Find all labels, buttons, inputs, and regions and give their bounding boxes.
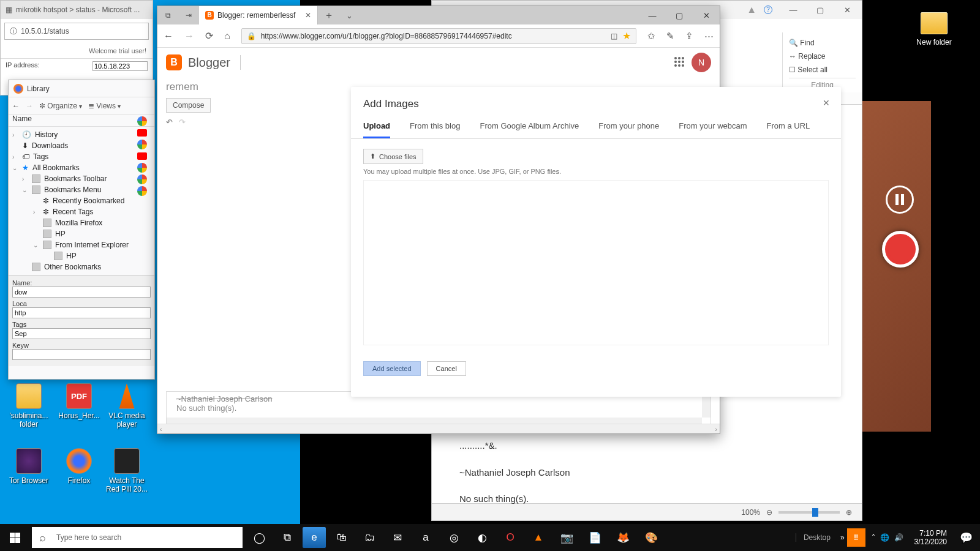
tray-up-icon[interactable]: ˄ <box>872 533 875 542</box>
record-stop-button[interactable] <box>882 231 919 268</box>
tb-amazon[interactable]: a <box>412 524 440 551</box>
lib-back[interactable]: ← <box>12 102 20 110</box>
favorites-icon[interactable]: ✩ <box>647 31 655 42</box>
tree-bm-menu[interactable]: ⌄Bookmarks Menu <box>9 184 154 195</box>
nav-fwd[interactable]: → <box>184 31 194 42</box>
taskview-icon[interactable]: ⧉ <box>273 524 301 551</box>
tb-word[interactable]: 📄 <box>581 524 609 551</box>
nav-refresh[interactable]: ⟳ <box>205 30 213 42</box>
tree-downloads[interactable]: ⬇Downloads <box>9 140 154 151</box>
tree-history[interactable]: ›🕘History <box>9 129 154 140</box>
mikrotik-tab-title[interactable]: mikrotik hotspot > status - Microsoft ..… <box>16 6 140 14</box>
lib-tags-input[interactable] <box>12 328 151 339</box>
share-icon[interactable]: ⇪ <box>685 31 693 42</box>
google-favicon[interactable] <box>137 186 147 196</box>
word-maximize[interactable]: ▢ <box>808 2 832 17</box>
record-pause-button[interactable] <box>886 186 914 214</box>
mikrotik-url[interactable]: 10.5.0.1/status <box>21 27 69 36</box>
tray-clock[interactable]: 7:10 PM3/12/2020 <box>910 529 952 546</box>
tb-edge[interactable]: e <box>303 527 326 548</box>
notes-icon[interactable]: ✎ <box>666 31 674 42</box>
desktop-icon-newfolder[interactable]: New folder <box>913 12 956 47</box>
choose-files-button[interactable]: ⬆Choose files <box>363 149 423 164</box>
word-replace[interactable]: ↔ Replace <box>789 50 856 63</box>
tb-store[interactable]: 🛍 <box>327 524 355 551</box>
tray-network-icon[interactable]: 🌐 <box>880 533 889 542</box>
modal-tab-upload[interactable]: Upload <box>363 115 390 138</box>
tb-tripadvisor[interactable]: ◎ <box>440 524 468 551</box>
tab-aside-icon[interactable]: ⇥ <box>178 11 199 20</box>
lib-views[interactable]: ≣ Views <box>88 102 121 110</box>
tb-explorer[interactable]: 🗂 <box>355 524 383 551</box>
tray-recorder-icon[interactable]: ‼ <box>847 528 865 547</box>
action-center-icon[interactable]: 💬 <box>952 524 980 551</box>
word-selectall[interactable]: ☐ Select all <box>789 63 856 77</box>
favorite-star-icon[interactable]: ★ <box>622 30 631 42</box>
apps-icon[interactable] <box>674 57 685 68</box>
nav-back[interactable]: ← <box>164 31 173 42</box>
youtube-favicon[interactable] <box>137 129 147 137</box>
modal-tab-phone[interactable]: From your phone <box>598 115 659 138</box>
nav-home[interactable]: ⌂ <box>224 31 230 42</box>
google-favicon[interactable] <box>137 163 147 173</box>
more-icon[interactable]: ⋯ <box>704 31 714 42</box>
blogger-logo[interactable]: B <box>166 54 182 70</box>
word-find[interactable]: 🔍 Find <box>789 36 856 50</box>
desktop-icon-firefox[interactable]: Firefox <box>55 448 103 485</box>
tree-hp[interactable]: HP <box>9 228 154 239</box>
ip-field[interactable] <box>92 61 148 71</box>
reader-icon[interactable]: ◫ <box>611 32 617 40</box>
tray-chevron-icon[interactable]: » <box>840 533 845 542</box>
tab-chevron-down-icon[interactable]: ⌄ <box>340 11 359 20</box>
cancel-button[interactable]: Cancel <box>427 361 466 376</box>
lib-fwd[interactable]: → <box>26 102 33 110</box>
tb-opera[interactable]: O <box>496 524 524 551</box>
compose-tab[interactable]: Compose <box>166 98 211 113</box>
modal-tab-blog[interactable]: From this blog <box>410 115 460 138</box>
desktop-icon-vlc[interactable]: VLC media player <box>103 383 151 429</box>
tree-from-ie[interactable]: ⌄From Internet Explorer <box>9 239 154 250</box>
tree-recent-tags[interactable]: ›✼Recent Tags <box>9 206 154 217</box>
start-button[interactable] <box>0 524 29 551</box>
lib-key-input[interactable] <box>12 349 151 360</box>
word-minimize[interactable]: — <box>781 2 805 17</box>
scroll-left-icon[interactable]: ‹ <box>160 425 162 433</box>
info-icon[interactable]: ⓘ <box>10 26 17 37</box>
user-avatar[interactable]: N <box>692 53 711 72</box>
desktop-icon-tor[interactable]: Tor Browser <box>5 448 53 485</box>
modal-tab-url[interactable]: From a URL <box>767 115 810 138</box>
help-icon[interactable]: ? <box>764 6 772 14</box>
desktop-icon-subliminal[interactable]: 'sublimina... folder <box>5 383 53 429</box>
lock-icon[interactable]: 🔒 <box>247 32 256 40</box>
tree-all-bookmarks[interactable]: ⌄★All Bookmarks <box>9 162 154 173</box>
tree-mozilla[interactable]: Mozilla Firefox <box>9 217 154 228</box>
tree-recent-bm[interactable]: ✼Recently Bookmarked <box>9 195 154 206</box>
tb-camera[interactable]: 📷 <box>552 524 581 551</box>
tab-close-icon[interactable]: ✕ <box>305 11 311 20</box>
tb-chrome[interactable]: ◐ <box>468 524 496 551</box>
edge-close[interactable]: ✕ <box>693 11 720 20</box>
zoom-slider[interactable] <box>778 511 840 514</box>
cortana-icon[interactable]: ◯ <box>245 524 273 551</box>
tree-bm-toolbar[interactable]: ›Bookmarks Toolbar <box>9 173 154 184</box>
tree-other-bm[interactable]: Other Bookmarks <box>9 261 154 272</box>
edge-maximize[interactable]: ▢ <box>666 11 693 20</box>
lib-name-input[interactable] <box>12 287 151 298</box>
desktop-icon-redpill[interactable]: Watch The Red Pill 20... <box>103 448 151 493</box>
tb-paint[interactable]: 🎨 <box>637 524 665 551</box>
lib-loc-input[interactable] <box>12 307 151 318</box>
tb-vlc[interactable]: ▲ <box>524 524 552 551</box>
show-desktop-label[interactable]: Desktop <box>796 533 838 542</box>
modal-tab-webcam[interactable]: From your webcam <box>679 115 747 138</box>
desktop-icon-horus[interactable]: PDFHorus_Her... <box>55 383 103 420</box>
lib-name-col[interactable]: Name <box>12 114 32 126</box>
browser-tab[interactable]: B Blogger: rememberlessf ✕ <box>199 6 318 24</box>
tb-firefox[interactable]: 🦊 <box>609 524 637 551</box>
tree-tags[interactable]: ›🏷Tags <box>9 151 154 162</box>
modal-close-icon[interactable]: ✕ <box>823 98 830 108</box>
youtube-favicon[interactable] <box>137 152 147 160</box>
lib-organize[interactable]: ✼ Organize <box>39 102 82 110</box>
tab-actions-icon[interactable]: ⧉ <box>157 11 178 20</box>
tray-volume-icon[interactable]: 🔊 <box>894 533 903 542</box>
tree-hp2[interactable]: HP <box>9 250 154 261</box>
